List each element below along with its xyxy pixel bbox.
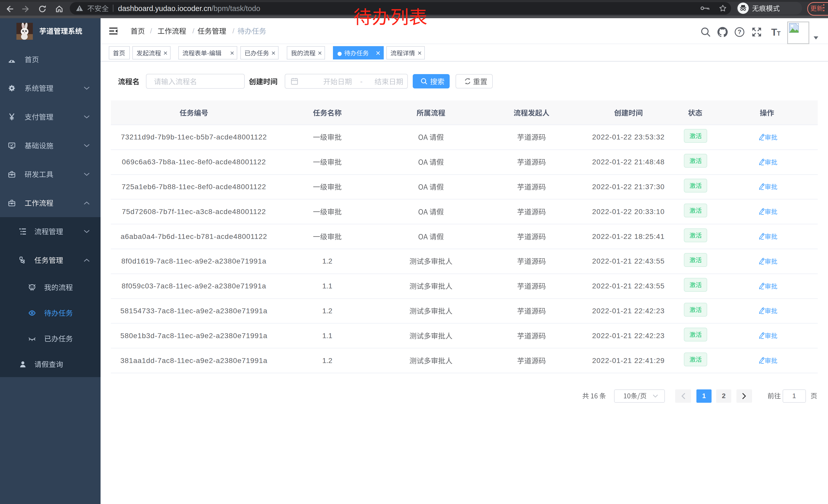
svg-text:?: ?: [738, 29, 742, 35]
svg-text:T: T: [777, 30, 781, 36]
svg-text:T: T: [771, 28, 777, 36]
